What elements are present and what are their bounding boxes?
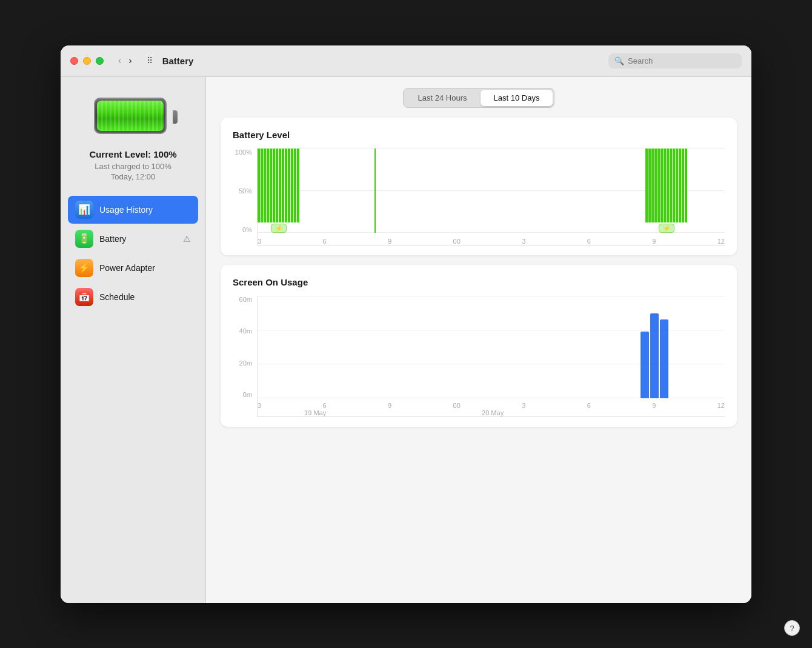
charging-indicator-2: ⚡ <box>659 224 674 233</box>
battery-fill <box>97 101 164 131</box>
bat-bar <box>673 149 675 222</box>
bat-bar <box>657 149 660 222</box>
y-label-20m: 20m <box>239 359 252 367</box>
screen-usage-chart: Screen On Usage 60m 40m 20m 0m <box>221 265 737 427</box>
segment-24h[interactable]: Last 24 Hours <box>405 90 481 106</box>
battery-visual <box>94 98 173 137</box>
battery-chart-inner: ⚡ <box>257 149 725 246</box>
window-title: Battery <box>162 56 601 66</box>
sidebar-item-label: Power Adapter <box>99 263 155 273</box>
forward-button[interactable]: › <box>126 55 134 67</box>
y-label-0m: 0m <box>243 391 252 398</box>
sidebar-item-usage-history[interactable]: 📊 Usage History <box>68 196 198 224</box>
screen-x-labels: 3 6 9 00 3 6 9 12 <box>258 397 725 409</box>
bat-bar <box>670 149 672 222</box>
bat-bar <box>676 149 678 222</box>
x-label: 3 <box>258 238 261 245</box>
y-label-50: 50% <box>239 187 252 195</box>
bat-bar <box>685 149 687 222</box>
segment-group: Last 24 Hours Last 10 Days <box>403 88 555 108</box>
x-label: 3 <box>522 238 525 245</box>
sidebar-item-label: Schedule <box>99 292 135 302</box>
bat-bar <box>285 149 287 222</box>
battery-icon-container <box>94 98 173 137</box>
zoom-button[interactable] <box>96 57 104 65</box>
bat-bar <box>264 149 266 222</box>
y-label-100: 100% <box>235 149 252 156</box>
charts-area: Battery Level 100% 50% 0% <box>221 118 737 436</box>
y-label-40m: 40m <box>239 327 252 335</box>
window: ‹ › ⠿ Battery 🔍 <box>61 45 751 603</box>
nav-buttons: ‹ › <box>116 55 135 67</box>
battery-level-chart: Battery Level 100% 50% 0% <box>221 118 737 255</box>
sidebar-item-label: Battery <box>99 234 126 244</box>
sidebar-item-battery[interactable]: 🔋 Battery ⚠ <box>68 225 198 253</box>
x-label: 9 <box>652 238 656 245</box>
screen-y-axis: 60m 40m 20m 0m <box>233 296 257 417</box>
screen-bar-group <box>641 313 668 398</box>
grid-icon[interactable]: ⠿ <box>147 56 153 65</box>
content-area: Current Level: 100% Last charged to 100%… <box>61 77 751 603</box>
battery-y-axis: 100% 50% 0% <box>233 149 257 246</box>
sidebar-item-schedule[interactable]: 📅 Schedule <box>68 283 198 311</box>
screen-chart-inner: 3 6 9 00 3 6 9 12 19 May <box>257 296 725 417</box>
close-button[interactable] <box>70 57 78 65</box>
battery-icon: 🔋 <box>75 230 93 248</box>
charging-indicator-1: ⚡ <box>271 224 287 233</box>
battery-level-container: 100% 50% 0% <box>233 149 725 246</box>
traffic-lights <box>70 57 104 65</box>
screen-usage-container: 60m 40m 20m 0m <box>233 296 725 417</box>
sidebar-nav: 📊 Usage History 🔋 Battery ⚠ ⚡ Power Adap… <box>68 196 198 311</box>
bat-bar <box>273 149 275 222</box>
charge-time: Today, 12:00 <box>89 172 176 181</box>
bat-bar <box>267 149 269 222</box>
battery-bar-group-2: ⚡ <box>645 149 687 233</box>
current-level: Current Level: 100% <box>89 149 176 159</box>
x-label: 12 <box>717 238 725 245</box>
bat-bar <box>297 149 299 222</box>
power-adapter-icon: ⚡ <box>75 259 93 277</box>
screen-usage-title: Screen On Usage <box>233 277 725 287</box>
back-button[interactable]: ‹ <box>116 55 124 67</box>
battery-fill-inner <box>97 101 164 131</box>
battery-x-labels: 3 6 9 00 3 6 9 12 <box>258 233 725 245</box>
y-label-60m: 60m <box>239 296 252 303</box>
sidebar-item-label: Usage History <box>99 205 153 215</box>
grid-line <box>258 296 725 296</box>
sidebar: Current Level: 100% Last charged to 100%… <box>61 77 206 603</box>
segment-10d[interactable]: Last 10 Days <box>481 90 553 106</box>
bat-bar <box>664 149 666 222</box>
bat-bar <box>291 149 293 222</box>
battery-tip <box>173 110 178 124</box>
date-labels-row: 19 May 20 May <box>258 408 725 416</box>
x-label: 9 <box>388 238 391 245</box>
main-panel: Last 24 Hours Last 10 Days Battery Level… <box>206 77 751 603</box>
bat-bars-inner <box>258 149 299 222</box>
warning-icon: ⚠ <box>183 234 191 244</box>
bat-bar <box>258 149 260 222</box>
titlebar: ‹ › ⠿ Battery 🔍 <box>61 45 751 77</box>
search-icon: 🔍 <box>614 56 624 65</box>
sidebar-item-power-adapter[interactable]: ⚡ Power Adapter <box>68 254 198 282</box>
battery-body <box>94 98 167 134</box>
search-input[interactable] <box>628 56 736 65</box>
minimize-button[interactable] <box>83 57 91 65</box>
bat-bar <box>276 149 278 222</box>
bat-bars-inner-2 <box>645 149 687 222</box>
screen-bar-1 <box>641 332 649 398</box>
bat-bar <box>645 149 648 222</box>
bat-bar <box>682 149 684 222</box>
search-box[interactable]: 🔍 <box>608 53 742 68</box>
schedule-icon: 📅 <box>75 288 93 306</box>
bat-bar <box>288 149 290 222</box>
bat-bar <box>654 149 657 222</box>
x-label: 00 <box>453 238 461 245</box>
y-label-0: 0% <box>242 226 252 233</box>
battery-stats: Current Level: 100% Last charged to 100%… <box>89 149 176 181</box>
bat-bar <box>261 149 263 222</box>
battery-level-title: Battery Level <box>233 130 725 140</box>
bat-bar <box>270 149 272 222</box>
charge-line-1 <box>374 149 376 233</box>
bat-bar <box>648 149 651 222</box>
bat-bar <box>651 149 654 222</box>
